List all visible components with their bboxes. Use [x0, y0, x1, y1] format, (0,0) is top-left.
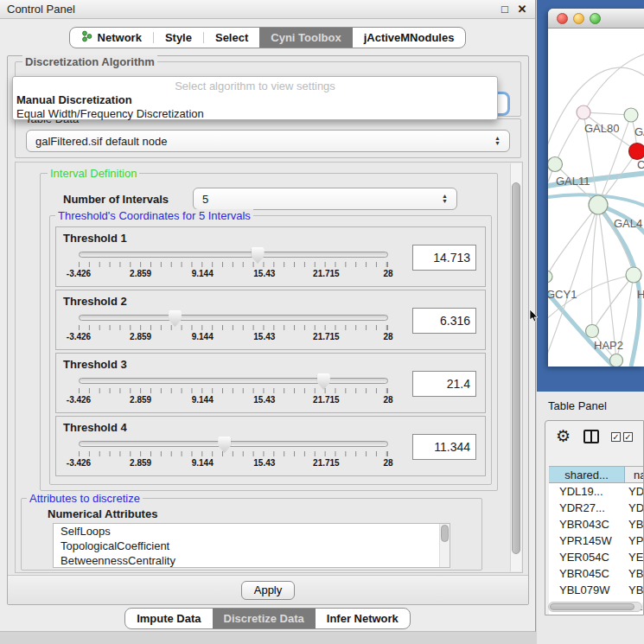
node-gal11[interactable]: [548, 157, 563, 172]
threshold-value-field[interactable]: 14.713: [412, 245, 476, 271]
table-data-value: galFiltered.sif default node: [35, 135, 167, 148]
split-columns-icon[interactable]: [583, 430, 599, 443]
table-row[interactable]: YER054C YER0: [549, 549, 643, 565]
table-row[interactable]: YBL079W YBL0: [549, 582, 643, 598]
threshold-slider: -3.426 2.859 9.144 15.43 21.715 28: [79, 378, 388, 411]
table-toolbar: ⚙ ✓ ✓: [545, 421, 643, 454]
scrollbar-thumb[interactable]: [550, 603, 634, 610]
node-label-partial-low-right: H: [637, 288, 644, 301]
table-horizontal-scrollbar[interactable]: [548, 602, 642, 612]
threshold-panel: Threshold 1 -3.426 2.859 9.144: [55, 226, 486, 287]
dropdown-hint-item[interactable]: Select algorithm to view settings: [13, 80, 497, 92]
network-graph: GAL80 GA C GAL11 GAL4 GCY1 H HAP2: [548, 29, 644, 367]
tab-cyni-toolbox[interactable]: Cyni Toolbox: [259, 28, 352, 48]
threshold-value-field[interactable]: 11.344: [412, 434, 476, 460]
node-red-selected[interactable]: [629, 143, 644, 160]
node-table: shared... na YDL19... YDL1 YDR27... YDR2: [549, 466, 643, 615]
tab-discretize-data[interactable]: Discretize Data: [213, 609, 316, 628]
threshold-slider: -3.426 2.859 9.144 15.43 21.715 28: [79, 441, 388, 474]
table-row[interactable]: YPR145W YPR1: [549, 532, 643, 549]
slider-ticks: [79, 388, 388, 393]
cyni-panel: Discretization Algorithm Select algorith…: [7, 55, 529, 605]
desktop-background: GAL80 GA C GAL11 GAL4 GCY1 H HAP2: [537, 0, 644, 392]
slider-tick-labels: -3.426 2.859 9.144 15.43 21.715 28: [79, 332, 388, 342]
network-window: GAL80 GA C GAL11 GAL4 GCY1 H HAP2: [548, 9, 644, 367]
network-window-titlebar: [548, 9, 644, 29]
scrollbar-thumb[interactable]: [441, 525, 449, 542]
bottom-tabbar: Impute Data Discretize Data Infer Networ…: [0, 608, 535, 629]
node-gal80[interactable]: [577, 105, 590, 119]
top-tabs: Network Style Select Cyni Toolbox jActiv…: [69, 27, 467, 48]
node-gcy1[interactable]: [548, 271, 552, 283]
node-partial-top-right[interactable]: [624, 108, 638, 122]
dropdown-option-equal-width[interactable]: Equal Width/Frequency Discretization: [16, 107, 204, 120]
dropdown-option-manual[interactable]: Manual Discretization: [16, 93, 132, 106]
table-data-combobox[interactable]: galFiltered.sif default node ▲▼: [26, 130, 510, 152]
tab-style[interactable]: Style: [154, 28, 203, 48]
threshold-slider: -3.426 2.859 9.144 15.43 21.715 28: [79, 252, 388, 284]
tab-jactivemnodules[interactable]: jActiveMNodules: [353, 28, 466, 48]
minimize-traffic-light-icon[interactable]: [573, 13, 584, 24]
slider-track[interactable]: [79, 378, 388, 384]
threshold-panel: Threshold 3 -3.426 2.859 9.144: [55, 353, 486, 413]
tab-impute-data[interactable]: Impute Data: [125, 609, 212, 628]
tab-network[interactable]: Network: [70, 28, 153, 48]
table-row[interactable]: YBR043C YBR0: [549, 516, 643, 532]
mouse-cursor: [529, 309, 539, 325]
table-panel-title: Table Panel: [548, 399, 607, 412]
slider-track[interactable]: [79, 315, 388, 321]
attributes-groupbox: Attributes to discretize Numerical Attri…: [21, 498, 482, 571]
thresholds-group-label: Threshold's Coordinates for 5 Intervals: [55, 209, 253, 222]
tab-infer-network[interactable]: Infer Network: [316, 609, 410, 628]
attributes-group-label: Attributes to discretize: [27, 492, 143, 505]
network-canvas[interactable]: GAL80 GA C GAL11 GAL4 GCY1 H HAP2: [548, 29, 644, 367]
scrollbar-thumb[interactable]: [512, 182, 520, 554]
attributes-scrollbar[interactable]: [439, 524, 450, 567]
column-header-shared-name[interactable]: shared...: [549, 467, 625, 482]
node-label-partial-top-right: GA: [634, 125, 644, 138]
table-row[interactable]: YIL053C YIL0: [549, 615, 643, 615]
node-partial-low-right[interactable]: [626, 267, 641, 283]
network-icon: [81, 30, 92, 45]
slider-track[interactable]: [79, 252, 388, 258]
top-tabbar: Network Style Select Cyni Toolbox jActiv…: [0, 27, 535, 48]
attribute-list-item[interactable]: BetweennessCentrality: [54, 553, 450, 568]
float-window-icon[interactable]: □: [497, 2, 513, 17]
close-traffic-light-icon[interactable]: [557, 13, 568, 24]
threshold-value-field[interactable]: 21.4: [412, 371, 476, 397]
threshold-label: Threshold 4: [63, 421, 127, 434]
bottom-tabs: Impute Data Discretize Data Infer Networ…: [124, 608, 411, 629]
close-icon[interactable]: ✕: [514, 2, 530, 17]
settings-scrollbar[interactable]: [510, 163, 521, 571]
gear-icon[interactable]: ⚙: [556, 428, 571, 445]
threshold-label: Threshold 2: [63, 295, 127, 308]
zoom-traffic-light-icon[interactable]: [590, 13, 601, 24]
node-hap2[interactable]: [586, 325, 599, 338]
threshold-panel: Threshold 2 -3.426 2.859 9.144: [55, 290, 486, 350]
number-of-intervals-combobox[interactable]: 5 ▲▼: [193, 188, 457, 210]
slider-track[interactable]: [79, 441, 388, 447]
threshold-value-field[interactable]: 6.316: [412, 308, 476, 334]
node-gal4[interactable]: [589, 195, 608, 214]
thresholds-groupbox: Threshold's Coordinates for 5 Intervals …: [49, 215, 492, 485]
checkbox-icon[interactable]: ✓: [611, 432, 621, 442]
node-bottom-partial[interactable]: [610, 354, 623, 367]
tab-select[interactable]: Select: [204, 28, 259, 48]
table-row[interactable]: YDR27... YDR2: [549, 500, 643, 516]
algorithm-group-label: Discretization Algorithm: [22, 55, 157, 68]
panel-title: Control Panel: [7, 3, 75, 16]
apply-row: Apply: [8, 575, 528, 604]
column-header-name[interactable]: na: [625, 467, 643, 482]
checkbox-icon[interactable]: ✓: [623, 432, 633, 442]
table-header-row: shared... na: [549, 466, 643, 483]
slider-ticks: [79, 325, 388, 330]
attribute-list-item[interactable]: TopologicalCoefficient: [54, 539, 450, 553]
threshold-label: Threshold 1: [63, 232, 127, 245]
table-row[interactable]: YDL19... YDL1: [549, 483, 643, 500]
threshold-slider: -3.426 2.859 9.144 15.43 21.715 28: [79, 315, 388, 348]
apply-button[interactable]: Apply: [241, 581, 296, 600]
attribute-list-item[interactable]: SelfLoops: [54, 524, 450, 539]
algorithm-dropdown-popup: Select algorithm to view settings Manual…: [12, 76, 498, 120]
table-row[interactable]: YBR045C YBR0: [549, 565, 643, 582]
control-panel-titlebar: Control Panel □ ✕: [0, 0, 535, 19]
